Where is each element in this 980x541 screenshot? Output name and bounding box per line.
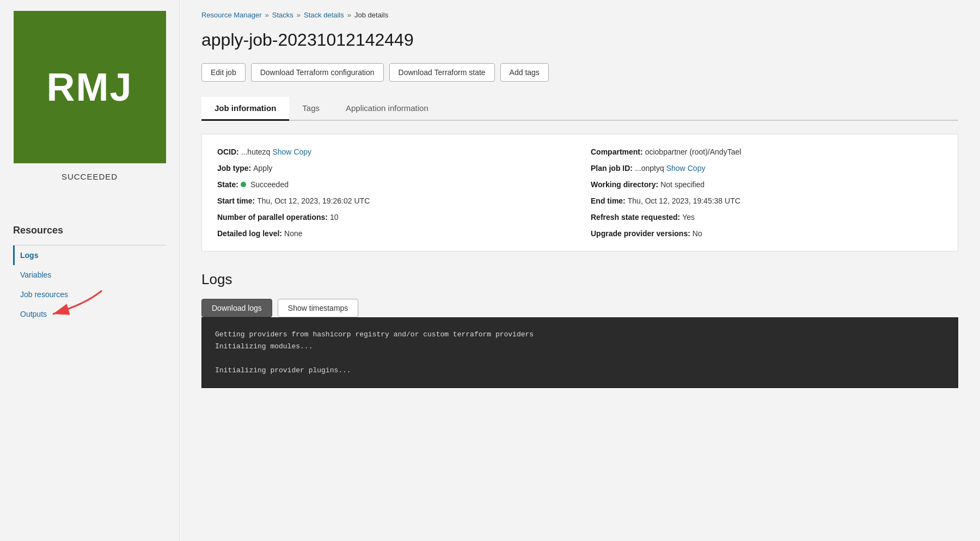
compartment-value: ociobpartner (root)/AndyTael — [645, 147, 742, 156]
info-grid: OCID: ...hutezq Show Copy Job type: Appl… — [217, 147, 942, 238]
resources-heading: Resources — [13, 225, 166, 236]
nav-link-outputs[interactable]: Outputs — [15, 310, 47, 318]
nav-list: Logs Variables Job resources Outputs — [13, 245, 166, 324]
log-line-2: Initializing modules... — [215, 341, 945, 353]
breadcrumb-link-stack-details[interactable]: Stack details — [304, 11, 344, 19]
nav-item-logs[interactable]: Logs — [13, 245, 166, 265]
info-row-log-level: Detailed log level: None — [217, 229, 569, 238]
info-panel: OCID: ...hutezq Show Copy Job type: Appl… — [201, 134, 958, 251]
show-timestamps-button[interactable]: Show timestamps — [278, 299, 358, 317]
breadcrumb-link-stacks[interactable]: Stacks — [272, 11, 293, 19]
status-label: SUCCEEDED — [62, 172, 118, 181]
plan-job-copy-link[interactable]: Copy — [688, 164, 706, 173]
nav-item-job-resources[interactable]: Job resources — [13, 285, 166, 304]
resources-section: Resources Logs Variables Job resources O… — [0, 225, 179, 324]
logs-toolbar: Download logs Show timestamps — [201, 299, 958, 317]
upgrade-provider-value: No — [693, 229, 702, 238]
main-content: Resource Manager » Stacks » Stack detail… — [180, 0, 980, 541]
log-line-3 — [215, 353, 945, 365]
state-label: State: — [217, 180, 238, 189]
upgrade-provider-label: Upgrade provider versions: — [591, 229, 690, 238]
add-tags-button[interactable]: Add tags — [500, 63, 549, 82]
end-time-label: End time: — [591, 196, 626, 205]
info-row-state: State: Succeeded — [217, 180, 569, 189]
breadcrumb-link-resource-manager[interactable]: Resource Manager — [201, 11, 262, 19]
download-config-button[interactable]: Download Terraform configuration — [251, 63, 384, 82]
logo-text: RMJ — [46, 65, 132, 109]
info-row-ocid: OCID: ...hutezq Show Copy — [217, 147, 569, 156]
download-logs-button[interactable]: Download logs — [201, 299, 272, 317]
log-line-1: Getting providers from hashicorp registr… — [215, 329, 945, 341]
info-row-end-time: End time: Thu, Oct 12, 2023, 19:45:38 UT… — [591, 196, 942, 205]
start-time-value: Thu, Oct 12, 2023, 19:26:02 UTC — [257, 196, 370, 205]
logo-block: RMJ — [14, 11, 166, 163]
tab-job-information[interactable]: Job information — [201, 97, 289, 121]
nav-link-variables[interactable]: Variables — [15, 270, 51, 279]
log-level-value: None — [284, 229, 302, 238]
info-right-col: Compartment: ociobpartner (root)/AndyTae… — [591, 147, 942, 238]
compartment-label: Compartment: — [591, 147, 643, 156]
working-dir-label: Working directory: — [591, 180, 658, 189]
breadcrumb-sep-2: » — [297, 11, 301, 19]
info-row-working-dir: Working directory: Not specified — [591, 180, 942, 189]
parallel-ops-value: 10 — [330, 213, 339, 222]
edit-job-button[interactable]: Edit job — [201, 63, 246, 82]
info-row-job-type: Job type: Apply — [217, 164, 569, 173]
info-row-parallel-ops: Number of parallel operations: 10 — [217, 213, 569, 222]
nav-item-variables[interactable]: Variables — [13, 265, 166, 285]
info-row-upgrade-provider: Upgrade provider versions: No — [591, 229, 942, 238]
working-dir-value: Not specified — [660, 180, 705, 189]
nav-link-logs[interactable]: Logs — [15, 251, 38, 260]
job-type-label: Job type: — [217, 164, 251, 173]
info-row-start-time: Start time: Thu, Oct 12, 2023, 19:26:02 … — [217, 196, 569, 205]
log-line-4: Initializing provider plugins... — [215, 365, 945, 377]
info-row-refresh-state: Refresh state requested: Yes — [591, 213, 942, 222]
download-state-button[interactable]: Download Terraform state — [389, 63, 495, 82]
ocid-copy-link[interactable]: Copy — [293, 147, 311, 156]
sidebar: RMJ SUCCEEDED Resources Logs Variables J… — [0, 0, 180, 541]
tabs: Job information Tags Application informa… — [201, 97, 958, 121]
plan-job-id-value: ...onptyq — [635, 164, 664, 173]
action-buttons: Edit job Download Terraform configuratio… — [201, 63, 958, 82]
refresh-state-value: Yes — [682, 213, 695, 222]
breadcrumb-sep-1: » — [265, 11, 269, 19]
breadcrumb-current: Job details — [354, 11, 388, 19]
info-row-compartment: Compartment: ociobpartner (root)/AndyTae… — [591, 147, 942, 156]
tab-tags[interactable]: Tags — [289, 97, 333, 121]
info-row-plan-job-id: Plan job ID: ...onptyq Show Copy — [591, 164, 942, 173]
plan-job-id-label: Plan job ID: — [591, 164, 633, 173]
ocid-label: OCID: — [217, 147, 239, 156]
ocid-show-link[interactable]: Show — [272, 147, 291, 156]
state-dot — [241, 182, 246, 187]
plan-job-show-link[interactable]: Show — [666, 164, 685, 173]
logs-heading: Logs — [201, 271, 958, 288]
job-type-value: Apply — [253, 164, 272, 173]
breadcrumb: Resource Manager » Stacks » Stack detail… — [201, 11, 958, 19]
nav-link-job-resources[interactable]: Job resources — [15, 290, 68, 299]
state-value: Succeeded — [250, 180, 289, 189]
log-level-label: Detailed log level: — [217, 229, 282, 238]
refresh-state-label: Refresh state requested: — [591, 213, 680, 222]
ocid-value: ...hutezq — [241, 147, 271, 156]
parallel-ops-label: Number of parallel operations: — [217, 213, 328, 222]
tab-application-information[interactable]: Application information — [333, 97, 442, 121]
page-title: apply-job-20231012142449 — [201, 30, 958, 50]
log-output: Getting providers from hashicorp registr… — [201, 317, 958, 388]
end-time-value: Thu, Oct 12, 2023, 19:45:38 UTC — [628, 196, 740, 205]
breadcrumb-sep-3: » — [347, 11, 351, 19]
start-time-label: Start time: — [217, 196, 255, 205]
info-left-col: OCID: ...hutezq Show Copy Job type: Appl… — [217, 147, 569, 238]
nav-item-outputs[interactable]: Outputs — [13, 304, 166, 324]
